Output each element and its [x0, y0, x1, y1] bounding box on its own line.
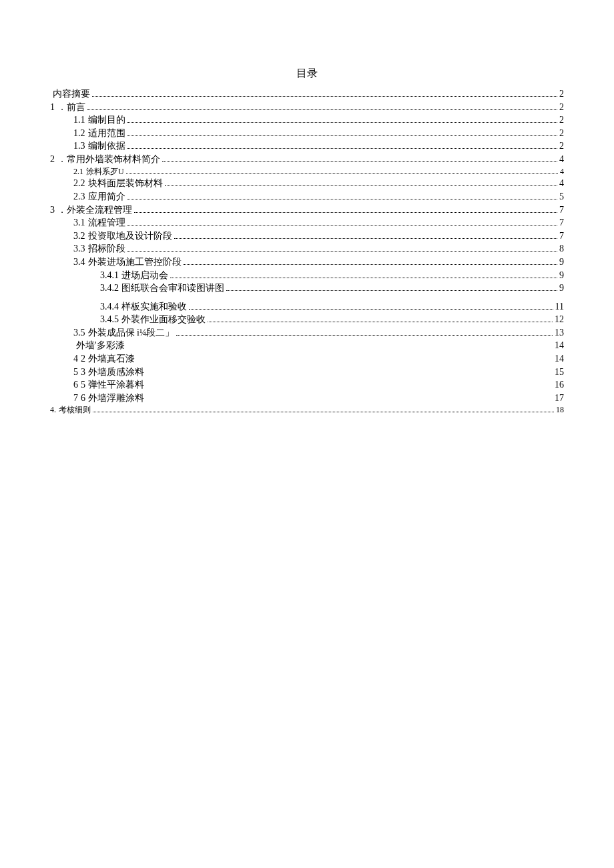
toc-num: 1.3	[73, 139, 85, 153]
toc-text: 5 弹性平涂暮料	[78, 378, 144, 392]
toc-page: 13	[555, 326, 564, 340]
toc-num: 7	[73, 392, 78, 405]
toc-entry: 3.3 招标阶段 8	[50, 242, 564, 256]
toc-num: 1.1	[73, 113, 85, 127]
toc-dots	[127, 199, 558, 199]
toc-entry: 1.3 编制依据 2	[50, 139, 564, 153]
toc-num: 1	[50, 101, 55, 114]
toc-entry: 2.2 块料面层装饰材料 4	[50, 177, 564, 190]
toc-text: 块料面层装饰材料	[85, 177, 163, 190]
toc-dots	[165, 185, 558, 186]
toc-page: 18	[556, 404, 564, 416]
toc-page: 12	[555, 313, 564, 326]
toc-dots	[127, 225, 558, 226]
toc-dots	[208, 322, 553, 322]
toc-entry: 3.1 流程管理 7	[50, 216, 564, 230]
toc-page: 8	[559, 242, 564, 256]
toc-dots	[184, 264, 558, 265]
toc-page: 14	[555, 339, 564, 352]
toc-dots	[176, 335, 553, 336]
toc-entry: 3.4.2 图纸联合会审和读图讲图 9	[50, 282, 564, 295]
toc-text: 内容摘要	[50, 87, 90, 101]
toc-page: 4	[559, 177, 564, 190]
toc-entry: 1.2 适用范围 2	[50, 127, 564, 140]
toc-entry: 1.1 编制目的 2	[50, 113, 564, 127]
toc-entry: 4 2 外墙真石漆 14	[50, 352, 564, 366]
toc-entry: 3.4.1 进场启动会 9	[50, 269, 564, 282]
toc-num: 3.4.1	[100, 269, 119, 282]
toc-text: 2 外墙真石漆	[78, 352, 135, 366]
toc-num: 3.4.5	[100, 313, 119, 326]
toc-text: 外装成品保 i¼段二」	[85, 326, 175, 340]
toc-dots	[134, 212, 557, 213]
toc-page: 7	[559, 230, 564, 243]
toc-dots	[92, 96, 557, 97]
toc-entry: 6 5 弹性平涂暮料 16	[50, 378, 564, 392]
toc-num: 5	[73, 366, 78, 379]
toc-num: 3.2	[73, 230, 85, 243]
toc-page: 16	[555, 378, 564, 392]
toc-page: 15	[555, 366, 564, 379]
toc-text: 外装作业面移交验收	[119, 313, 206, 326]
toc-entry: 7 6 外墙浮雕涂料 17	[50, 392, 564, 405]
toc-entry: 3.5 外装成品保 i¼段二」 13	[50, 326, 564, 340]
toc-page: 2	[559, 87, 564, 101]
toc-num: 3.4.4	[100, 300, 119, 314]
toc-text: 图纸联合会审和读图讲图	[119, 282, 224, 295]
toc-num: 6	[73, 378, 78, 392]
toc-text: 流程管理	[85, 216, 125, 230]
toc-text: 投资取地及设计阶段	[85, 230, 172, 243]
toc-text: ．常用外墙装饰材料简介	[55, 153, 160, 166]
toc-text: 涂料系歹U	[83, 166, 124, 177]
toc-num: 2.1	[73, 166, 83, 177]
toc-dots	[174, 238, 558, 239]
toc-page: 9	[559, 269, 564, 282]
toc-dots	[126, 173, 558, 174]
toc-num: 3.5	[73, 326, 85, 340]
toc-text: 考核细则	[56, 404, 91, 416]
toc-text: 编制目的	[85, 113, 125, 127]
toc-page: 17	[555, 392, 564, 405]
toc-page: 4	[560, 166, 564, 177]
toc-num: 4	[73, 352, 78, 366]
toc-entry: 4. 考核细则 18	[50, 404, 564, 416]
toc-page: 2	[559, 127, 564, 140]
toc-num: 3.1	[73, 216, 85, 230]
toc-text: 应用简介	[85, 190, 125, 203]
toc-entry: 3 ．外装全流程管理 7	[50, 203, 564, 217]
toc-dots	[93, 412, 554, 412]
toc-num: 3.4	[73, 256, 85, 269]
toc-page: 2	[559, 113, 564, 127]
toc-text: 编制依据	[85, 139, 125, 153]
toc-text: 进场启动会	[119, 269, 168, 282]
toc-text: 外墙'多彩漆	[73, 339, 125, 352]
toc-text: 适用范围	[85, 127, 125, 140]
toc-num: 3	[50, 203, 55, 217]
toc-entry: 外墙'多彩漆 14	[50, 339, 564, 352]
toc-dots	[127, 251, 558, 252]
toc-dots	[189, 309, 553, 310]
toc-num: 4.	[50, 404, 56, 416]
toc-text: 6 外墙浮雕涂料	[78, 392, 144, 405]
toc-num: 2.3	[73, 190, 85, 203]
toc-page: 7	[559, 216, 564, 230]
toc-text: 招标阶段	[85, 242, 125, 256]
toc-text: 样板实施和验收	[119, 300, 187, 314]
toc-text: ．前言	[55, 101, 85, 114]
toc-text: 3 外墙质感涂料	[78, 366, 144, 379]
toc-page: 9	[559, 282, 564, 295]
toc-dots	[127, 135, 558, 136]
toc-dots	[87, 109, 557, 110]
toc-page: 9	[559, 256, 564, 269]
toc-entry: 3.4 外装进场施工管控阶段 9	[50, 256, 564, 269]
toc-page: 4	[559, 153, 564, 166]
toc-entry: 3.4.5 外装作业面移交验收 12	[50, 313, 564, 326]
toc-num: 1.2	[73, 127, 85, 140]
toc-text: ．外装全流程管理	[55, 203, 132, 217]
toc-num: 2.2	[73, 177, 85, 190]
toc-entry: 5 3 外墙质感涂料 15	[50, 366, 564, 379]
toc-page: 7	[559, 203, 564, 217]
toc-entry: 2.1 涂料系歹U 4	[50, 166, 564, 177]
toc-num: 3.3	[73, 242, 85, 256]
toc-entry: 3.4.4 样板实施和验收 11	[50, 300, 564, 314]
